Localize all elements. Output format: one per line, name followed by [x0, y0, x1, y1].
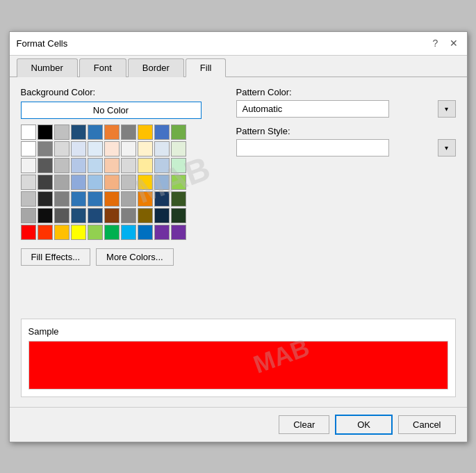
color-cell[interactable]: [171, 208, 186, 223]
color-cell[interactable]: [171, 175, 186, 190]
pattern-color-chevron-icon: ▾: [438, 100, 456, 118]
cancel-button[interactable]: Cancel: [398, 415, 455, 434]
tab-font[interactable]: Font: [79, 58, 126, 77]
color-cell[interactable]: [54, 225, 69, 240]
clear-button[interactable]: Clear: [279, 415, 329, 434]
color-cell[interactable]: [21, 125, 36, 140]
dialog-body: MAB MAB Background Color: No Color Fill …: [10, 77, 467, 407]
color-cell[interactable]: [38, 225, 53, 240]
color-cell[interactable]: [104, 225, 120, 240]
color-cell[interactable]: [171, 125, 186, 140]
color-cell[interactable]: [71, 158, 86, 173]
color-cell[interactable]: [104, 191, 120, 207]
bottom-bar: Clear OK Cancel: [10, 407, 467, 442]
color-cell[interactable]: [138, 141, 153, 157]
color-row: [21, 125, 222, 140]
color-cell[interactable]: [154, 175, 170, 190]
color-cell[interactable]: [154, 208, 170, 223]
color-row: [21, 208, 222, 223]
color-cell[interactable]: [38, 191, 53, 207]
color-cell[interactable]: [88, 225, 103, 240]
color-cell[interactable]: [21, 208, 36, 223]
color-cell[interactable]: [138, 191, 153, 207]
color-cell[interactable]: [71, 208, 86, 223]
ok-button[interactable]: OK: [335, 415, 393, 435]
color-cell[interactable]: [21, 158, 36, 173]
sample-box: [28, 341, 448, 390]
color-cell[interactable]: [121, 125, 136, 140]
color-cell[interactable]: [88, 141, 103, 157]
color-cell[interactable]: [38, 141, 53, 157]
color-cell[interactable]: [154, 141, 170, 157]
color-cell[interactable]: [104, 208, 120, 223]
color-cell[interactable]: [104, 125, 120, 140]
color-cell[interactable]: [54, 208, 69, 223]
color-cell[interactable]: [71, 125, 86, 140]
dialog-title: Format Cells: [17, 38, 68, 49]
color-cell[interactable]: [38, 175, 53, 190]
pattern-style-dropdown-wrap: ▾: [236, 139, 456, 157]
color-cell[interactable]: [21, 175, 36, 190]
color-cell[interactable]: [54, 158, 69, 173]
color-cell[interactable]: [171, 141, 186, 157]
close-icon[interactable]: ✕: [448, 37, 460, 49]
color-cell[interactable]: [88, 208, 103, 223]
color-cell[interactable]: [138, 225, 153, 240]
pattern-color-label: Pattern Color:: [236, 87, 456, 97]
tab-fill[interactable]: Fill: [186, 58, 227, 77]
color-cell[interactable]: [104, 141, 120, 157]
fill-effects-button[interactable]: Fill Effects...: [21, 248, 91, 266]
color-grid: [21, 125, 222, 240]
tab-border[interactable]: Border: [128, 58, 184, 77]
color-cell[interactable]: [138, 125, 153, 140]
color-cell[interactable]: [54, 175, 69, 190]
color-cell[interactable]: [154, 225, 170, 240]
help-icon[interactable]: ?: [429, 37, 442, 49]
color-cell[interactable]: [171, 191, 186, 207]
color-row: [21, 141, 222, 157]
color-cell[interactable]: [88, 125, 103, 140]
color-cell[interactable]: [88, 191, 103, 207]
color-cell[interactable]: [138, 158, 153, 173]
color-cell[interactable]: [71, 141, 86, 157]
color-cell[interactable]: [121, 225, 136, 240]
color-cell[interactable]: [121, 175, 136, 190]
color-cell[interactable]: [121, 158, 136, 173]
no-color-button[interactable]: No Color: [21, 102, 202, 119]
pattern-style-label: Pattern Style:: [236, 126, 456, 136]
color-cell[interactable]: [21, 225, 36, 240]
color-cell[interactable]: [71, 191, 86, 207]
color-cell[interactable]: [38, 158, 53, 173]
color-row: [21, 225, 222, 240]
pattern-color-select[interactable]: Automatic: [236, 100, 389, 118]
color-cell[interactable]: [138, 208, 153, 223]
color-cell[interactable]: [54, 125, 69, 140]
color-cell[interactable]: [54, 191, 69, 207]
color-cell[interactable]: [104, 175, 120, 190]
color-cell[interactable]: [121, 191, 136, 207]
color-cell[interactable]: [138, 175, 153, 190]
color-cell[interactable]: [121, 141, 136, 157]
color-cell[interactable]: [38, 125, 53, 140]
color-cell[interactable]: [21, 141, 36, 157]
color-cell[interactable]: [154, 158, 170, 173]
color-cell[interactable]: [121, 208, 136, 223]
more-colors-button[interactable]: More Colors...: [96, 248, 174, 266]
tab-number[interactable]: Number: [17, 58, 78, 77]
color-cell[interactable]: [71, 175, 86, 190]
color-cell[interactable]: [154, 125, 170, 140]
color-cell[interactable]: [38, 208, 53, 223]
color-cell[interactable]: [71, 225, 86, 240]
pattern-style-chevron-icon: ▾: [438, 139, 456, 157]
color-cell[interactable]: [21, 191, 36, 207]
pattern-style-select[interactable]: [236, 139, 389, 157]
color-cell[interactable]: [88, 158, 103, 173]
color-cell[interactable]: [171, 158, 186, 173]
color-cell[interactable]: [54, 141, 69, 157]
color-cell[interactable]: [171, 225, 186, 240]
color-cell[interactable]: [88, 175, 103, 190]
color-cell[interactable]: [154, 191, 170, 207]
sample-label: Sample: [28, 326, 448, 337]
color-cell[interactable]: [104, 158, 120, 173]
bg-color-section: Background Color: No Color Fill Effects.…: [21, 87, 222, 266]
